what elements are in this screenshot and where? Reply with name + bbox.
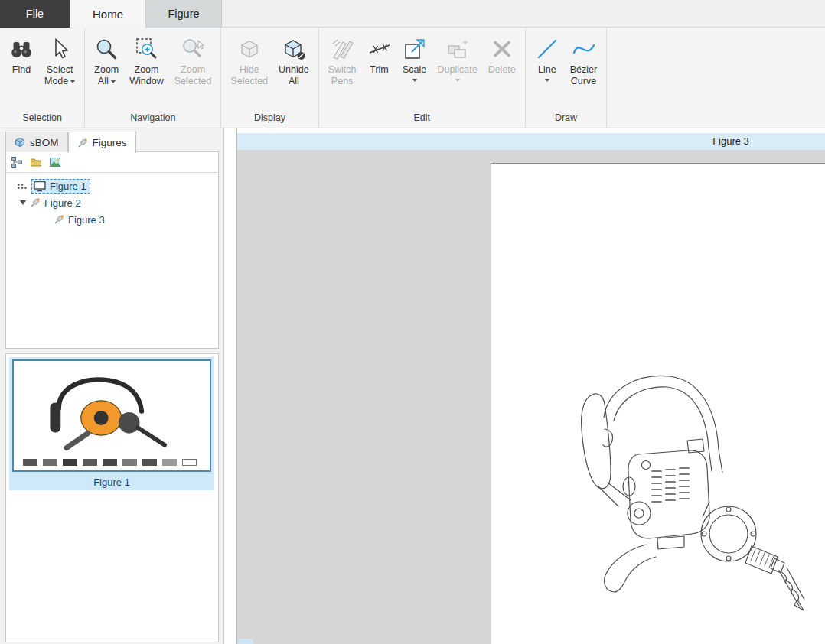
button-label-2: Selected	[174, 76, 212, 87]
duplicate-button: Duplicate	[432, 30, 483, 109]
thumbnail-caption: Figure 1	[9, 476, 214, 488]
button-label: Unhide	[279, 64, 309, 76]
figures-tree: Figure 1 Figure 2	[6, 173, 218, 233]
expand-triangle-icon[interactable]	[20, 200, 26, 205]
canvas-background[interactable]	[237, 150, 825, 644]
button-label: Line	[538, 64, 556, 76]
button-label-2: All	[289, 76, 299, 87]
button-label-2: Pens	[331, 76, 354, 87]
animation-dots-icon	[17, 183, 28, 190]
tree-selection-highlight: Figure 1	[31, 179, 90, 194]
bezier-curve-button[interactable]: Bézier Curve	[565, 30, 602, 109]
button-label: Switch	[328, 64, 357, 76]
delete-x-icon	[490, 34, 514, 64]
ribbon-group-edit: Switch Pens Trim	[319, 28, 526, 128]
drill-illustration[interactable]	[531, 356, 814, 624]
tree-item-figure-3[interactable]: Figure 3	[6, 211, 218, 228]
button-label-2: All	[98, 76, 116, 87]
hide-selected-button: Hide Selected	[225, 30, 273, 109]
app-window: File Home Figure	[0, 0, 825, 644]
sidebar-tab-strip: sBOM Figures	[5, 132, 136, 152]
button-label: Zoom	[181, 64, 205, 76]
figure-canvas-area: Figure 3	[236, 128, 825, 644]
group-label-edit: Edit	[319, 109, 525, 128]
zoom-selected-icon	[181, 34, 205, 64]
thumbnail-image	[12, 359, 211, 472]
cursor-arrow-icon	[47, 34, 72, 64]
button-label: Delete	[488, 64, 516, 76]
figures-pin-icon	[77, 138, 88, 148]
button-label-2: Selected	[230, 76, 268, 87]
unhide-all-button[interactable]: Unhide All	[273, 30, 315, 109]
line-icon	[535, 34, 559, 64]
zoom-window-button[interactable]: Zoom Window	[124, 30, 168, 109]
zoom-window-icon	[135, 34, 159, 64]
ribbon-group-display: Hide Selected Unhide All	[221, 28, 318, 128]
tree-toolbar	[6, 152, 218, 173]
figure-page[interactable]	[491, 163, 825, 644]
chevron-down-icon	[111, 80, 116, 83]
thumbnail-drill-art	[30, 368, 194, 464]
group-label-selection: Selection	[0, 109, 84, 128]
image-icon[interactable]	[49, 156, 61, 168]
group-label-navigation: Navigation	[85, 109, 220, 128]
tree-item-figure-1[interactable]: Figure 1	[6, 177, 218, 194]
tree-item-figure-2[interactable]: Figure 2	[6, 194, 218, 211]
ribbon-group-navigation: Zoom All Zoom Window	[85, 28, 221, 128]
zoom-all-button[interactable]: Zoom All	[89, 30, 124, 109]
trim-icon	[367, 34, 392, 64]
duplicate-icon	[445, 34, 470, 64]
group-label-draw: Draw	[526, 109, 606, 128]
structure-icon[interactable]	[11, 156, 23, 168]
button-label: Scale	[403, 64, 426, 76]
figures-tree-panel: Figure 1 Figure 2	[5, 151, 219, 349]
button-label-2: Mode	[44, 76, 75, 87]
thumbnail-panel: Figure 1	[5, 353, 219, 642]
sidebar-tab-label: sBOM	[30, 137, 59, 148]
button-label: Duplicate	[438, 64, 478, 76]
button-label: Zoom	[94, 64, 119, 76]
figure-window-titlebar[interactable]: Figure 3	[237, 133, 825, 150]
button-label: Zoom	[135, 64, 159, 76]
binoculars-icon	[9, 34, 34, 64]
thumbnail-figure-1[interactable]: Figure 1	[9, 357, 214, 490]
figure-item-icon	[54, 214, 64, 225]
select-mode-button[interactable]: Select Mode	[39, 30, 80, 109]
figure-item-icon	[30, 197, 41, 208]
button-label: Trim	[370, 64, 389, 76]
monitor-icon	[34, 181, 46, 192]
thumbnail-filmstrip	[23, 459, 201, 466]
ribbon: Find Select Mode Selection	[0, 28, 825, 128]
unhide-cube-icon	[282, 34, 306, 64]
chevron-down-icon	[412, 79, 417, 82]
tree-item-label: Figure 3	[68, 214, 105, 226]
sidebar-tab-figures[interactable]: Figures	[68, 132, 136, 153]
scale-button[interactable]: Scale	[397, 30, 432, 109]
scale-icon	[403, 34, 427, 64]
panel-splitter[interactable]	[225, 128, 236, 644]
switch-pens-button: Switch Pens	[323, 30, 362, 109]
bezier-curve-icon	[572, 34, 596, 64]
sidebar-tab-sbom[interactable]: sBOM	[5, 132, 68, 152]
h-scrollbar[interactable]	[238, 639, 253, 644]
button-label: Find	[12, 64, 31, 76]
delete-button: Delete	[483, 30, 521, 109]
chevron-down-icon	[545, 79, 549, 82]
find-button[interactable]: Find	[4, 30, 39, 109]
tab-figure[interactable]: Figure	[146, 0, 222, 28]
chevron-down-icon	[70, 80, 75, 83]
button-label: Bézier	[570, 64, 597, 76]
line-button[interactable]: Line	[530, 30, 565, 109]
tab-home[interactable]: Home	[70, 0, 146, 28]
tree-item-label: Figure 2	[44, 197, 81, 209]
pens-icon	[330, 34, 354, 64]
sbom-cube-icon	[15, 137, 25, 148]
button-label-2: Curve	[571, 76, 596, 87]
folder-icon[interactable]	[30, 156, 42, 168]
button-label: Select	[47, 64, 73, 76]
trim-button[interactable]: Trim	[362, 30, 397, 109]
zoom-icon	[94, 34, 119, 64]
tab-file[interactable]: File	[0, 0, 70, 28]
ribbon-tab-strip: File Home Figure	[0, 0, 825, 28]
sidebar-tab-label: Figures	[93, 137, 127, 148]
